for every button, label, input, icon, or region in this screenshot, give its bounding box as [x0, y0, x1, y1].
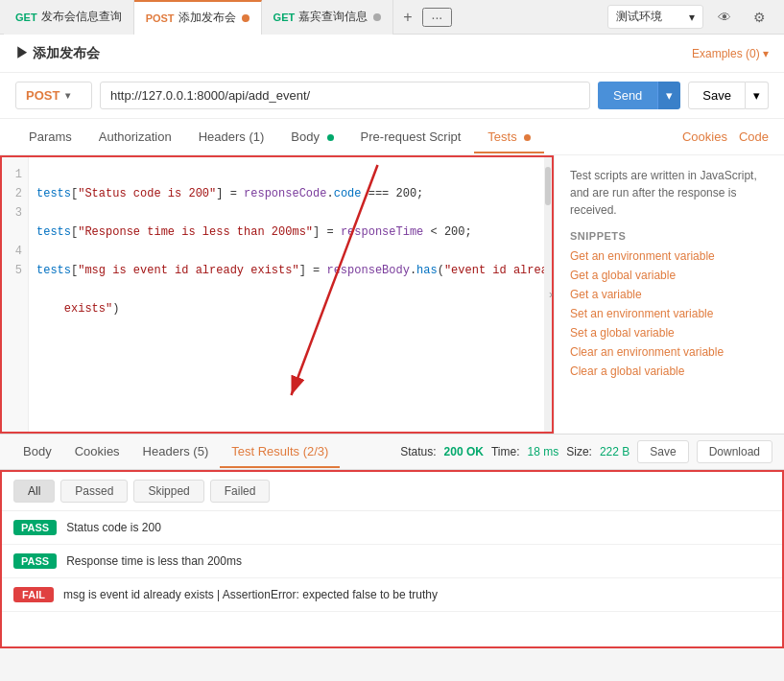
time-value: 18 ms — [528, 445, 559, 458]
filter-failed-button[interactable]: Failed — [210, 480, 271, 503]
tab-label: 嘉宾查询信息 — [298, 9, 368, 25]
test-result-row: FAIL msg is event id already exists | As… — [2, 578, 782, 612]
send-button[interactable]: Send — [598, 82, 657, 109]
method-dropdown[interactable]: POST ▾ — [15, 82, 92, 109]
request-sub-tabs: Params Authorization Headers (1) Body Pr… — [0, 119, 784, 155]
tab-body[interactable]: Body — [277, 122, 346, 153]
snippet-set-global-var[interactable]: Set a global variable — [570, 326, 769, 340]
code-editor[interactable]: 1 2 3 4 5 tests["Status code is 200"] = … — [0, 155, 554, 434]
filter-passed-button[interactable]: Passed — [60, 480, 128, 503]
tab-method-label: GET — [273, 12, 296, 23]
body-dot-icon — [327, 134, 334, 141]
bottom-container: All Passed Skipped Failed PASS Status co… — [0, 470, 784, 648]
snippets-description: Test scripts are written in JavaScript, … — [570, 167, 769, 219]
scrollbar-thumb[interactable] — [545, 167, 551, 205]
url-bar: POST ▾ Send ▾ Save ▾ — [0, 73, 784, 119]
response-tab-bar: Body Cookies Headers (5) Test Results (2… — [0, 434, 784, 470]
res-tab-headers[interactable]: Headers (5) — [131, 436, 221, 468]
tab-dot-icon — [242, 14, 249, 22]
snippet-clear-global-var[interactable]: Clear a global variable — [570, 364, 769, 378]
method-label: POST — [26, 88, 59, 103]
environment-select[interactable]: 测试环境 ▾ — [607, 5, 703, 29]
test-result-text: msg is event id already exists | Asserti… — [63, 586, 438, 603]
cookies-link[interactable]: Cookies — [682, 129, 727, 144]
tab-tests[interactable]: Tests — [474, 122, 544, 153]
snippets-title: SNIPPETS — [570, 230, 769, 242]
tab-authorization[interactable]: Authorization — [85, 122, 185, 153]
sub-tabs-right: Cookies Code — [682, 129, 769, 144]
response-meta: Status: 200 OK Time: 18 ms Size: 222 B S… — [400, 440, 772, 463]
chevron-down-icon: ▾ — [65, 90, 70, 101]
add-tab-button[interactable]: + — [393, 9, 421, 26]
tab-label: 发布会信息查询 — [41, 9, 122, 25]
save-button[interactable]: Save — [688, 82, 746, 109]
tab-method-label: POST — [146, 12, 175, 24]
test-result-text: Response time is less than 200ms — [66, 552, 242, 570]
examples-link[interactable]: Examples (0) ▾ — [692, 47, 769, 60]
more-tabs-button[interactable]: ··· — [422, 8, 453, 27]
tab-params[interactable]: Params — [15, 122, 85, 153]
tab-bar: GET 发布会信息查询 POST 添加发布会 GET 嘉宾查询信息 + ··· … — [0, 0, 784, 35]
gear-icon[interactable]: ⚙ — [746, 4, 772, 31]
eye-icon[interactable]: 👁 — [711, 4, 738, 31]
test-result-row: PASS Response time is less than 200ms — [2, 545, 782, 578]
fail-badge: FAIL — [13, 587, 54, 602]
response-download-button[interactable]: Download — [697, 440, 772, 463]
request-title-bar: ▶ 添加发布会 Examples (0) ▾ — [0, 35, 784, 73]
res-tab-body[interactable]: Body — [12, 436, 63, 468]
send-dropdown-button[interactable]: ▾ — [657, 82, 680, 109]
tab-get-event-info[interactable]: GET 发布会信息查询 — [4, 0, 134, 35]
code-link[interactable]: Code — [739, 129, 769, 144]
test-result-text: Status code is 200 — [66, 519, 161, 536]
time-label: Time: — [491, 445, 520, 458]
url-input[interactable] — [100, 82, 590, 109]
pass-badge: PASS — [13, 553, 57, 569]
tab-method-label: GET — [15, 12, 37, 23]
tab-prerequest[interactable]: Pre-request Script — [347, 122, 475, 153]
line-numbers: 1 2 3 4 5 — [2, 157, 29, 432]
chevron-down-icon: ▾ — [689, 11, 695, 24]
snippet-set-env-var[interactable]: Set an environment variable — [570, 307, 769, 320]
expand-panel-arrow[interactable]: › — [549, 288, 553, 301]
snippet-get-env-var[interactable]: Get an environment variable — [570, 249, 769, 263]
main-content: 1 2 3 4 5 tests["Status code is 200"] = … — [0, 155, 784, 434]
tab-headers[interactable]: Headers (1) — [185, 122, 278, 153]
size-value: 222 B — [600, 445, 630, 458]
snippet-clear-env-var[interactable]: Clear an environment variable — [570, 345, 769, 359]
filter-all-button[interactable]: All — [13, 480, 55, 503]
test-result-row: PASS Status code is 200 — [2, 511, 782, 545]
tab-label: 添加发布会 — [178, 10, 236, 26]
snippet-get-global-var[interactable]: Get a global variable — [570, 269, 769, 282]
status-label: Status: — [400, 445, 436, 458]
pass-badge: PASS — [13, 520, 57, 535]
status-value: 200 OK — [444, 445, 484, 458]
filter-tabs: All Passed Skipped Failed — [2, 472, 782, 511]
request-title: ▶ 添加发布会 — [15, 45, 100, 62]
test-results-area: All Passed Skipped Failed PASS Status co… — [0, 470, 784, 648]
filter-skipped-button[interactable]: Skipped — [133, 480, 203, 503]
size-label: Size: — [566, 445, 592, 458]
env-name: 测试环境 — [616, 9, 662, 25]
snippet-get-var[interactable]: Get a variable — [570, 288, 769, 301]
code-content[interactable]: tests["Status code is 200"] = responseCo… — [29, 157, 552, 432]
save-dropdown-button[interactable]: ▾ — [746, 82, 769, 109]
tests-dot-icon — [524, 134, 531, 141]
response-save-button[interactable]: Save — [637, 440, 688, 463]
snippets-panel: Test scripts are written in JavaScript, … — [554, 155, 784, 434]
res-tab-cookies[interactable]: Cookies — [63, 436, 131, 468]
tab-bar-right: 测试环境 ▾ 👁 ⚙ — [607, 4, 780, 31]
tab-post-add-event[interactable]: POST 添加发布会 — [134, 0, 262, 35]
tab-get-guest-info[interactable]: GET 嘉宾查询信息 — [262, 0, 394, 35]
tab-dot-icon — [373, 13, 381, 21]
res-tab-test-results[interactable]: Test Results (2/3) — [220, 436, 340, 468]
